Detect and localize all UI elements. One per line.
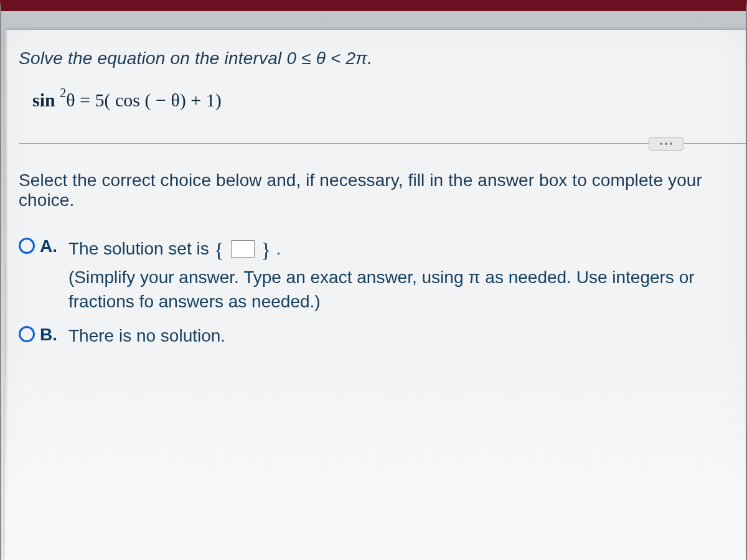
question-card: Solve the equation on the interval 0 ≤ θ… xyxy=(5,30,746,560)
section-divider xyxy=(19,132,746,157)
choice-a: A. The solution set is { } . (Simplify y… xyxy=(19,235,746,314)
ellipsis-icon xyxy=(660,142,662,145)
radio-b[interactable] xyxy=(19,326,35,342)
choice-b-text: There is no solution. xyxy=(68,324,225,348)
equation-fn-sin: sin xyxy=(32,90,55,110)
equation-rhs: = 5( cos ( − θ) + 1) xyxy=(75,90,222,110)
choice-b: B. There is no solution. xyxy=(19,324,746,348)
answer-input[interactable] xyxy=(231,240,255,258)
equation-theta: θ xyxy=(66,90,75,110)
equation-exponent: 2 xyxy=(60,86,66,100)
more-options-button[interactable] xyxy=(649,137,684,151)
screen-frame: Solve the equation on the interval 0 ≤ θ… xyxy=(0,0,747,560)
ellipsis-icon xyxy=(670,142,672,145)
ellipsis-icon xyxy=(665,142,667,145)
question-prompt: Solve the equation on the interval 0 ≤ θ… xyxy=(19,49,746,68)
equation-display: sin 2θ = 5( cos ( − θ) + 1) xyxy=(32,88,746,111)
choice-a-hint: (Simplify your answer. Type an exact ans… xyxy=(68,268,695,311)
instruction-text: Select the correct choice below and, if … xyxy=(19,170,746,210)
choice-a-text-after: . xyxy=(276,239,281,258)
divider-line xyxy=(19,143,746,144)
left-shadow xyxy=(5,30,8,560)
right-brace-icon: } xyxy=(261,238,271,261)
choice-a-label: A. xyxy=(40,236,57,256)
bottom-fade xyxy=(5,336,746,560)
radio-a[interactable] xyxy=(19,238,35,254)
left-brace-icon: { xyxy=(214,238,223,261)
choice-a-text-before: The solution set is xyxy=(68,239,214,258)
choice-b-label: B. xyxy=(40,325,57,345)
choice-a-body: The solution set is { } . (Simplify your… xyxy=(68,235,746,314)
